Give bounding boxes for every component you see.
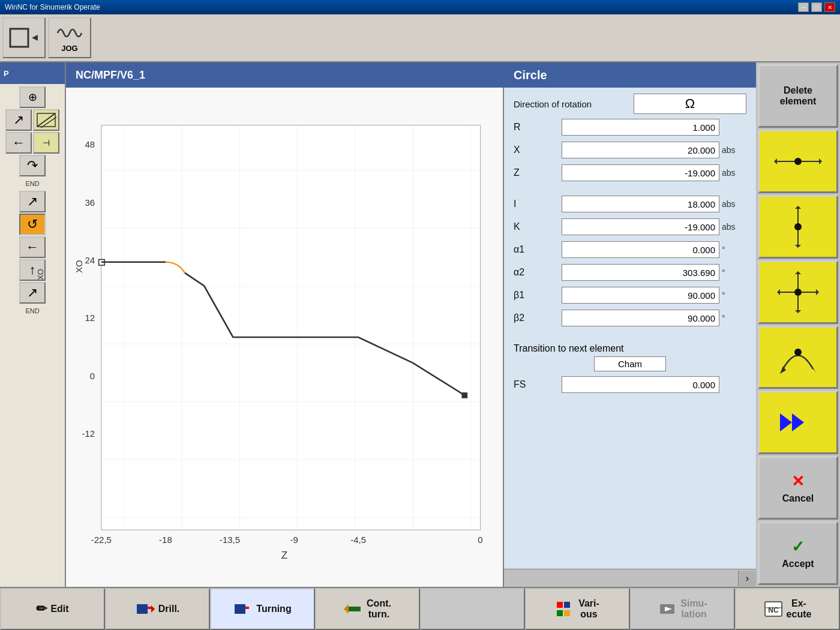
titlebar: WinNC for Sinumerik Operate ─ □ ✕: [0, 0, 840, 14]
alpha1-value[interactable]: 0.000: [562, 241, 719, 258]
svg-text:XO: XO: [74, 260, 84, 273]
content-area: NC/MPF/V6_1 48 36 24: [66, 62, 840, 587]
jog-button[interactable]: JOG: [48, 17, 91, 58]
z-row: Z -19.000 abs: [514, 163, 746, 182]
svg-marker-49: [344, 604, 349, 614]
cancel-button[interactable]: ✕ Cancel: [758, 456, 838, 520]
alpha2-value[interactable]: 303.690: [562, 264, 719, 281]
simulation-button[interactable]: Simu- lation: [630, 588, 735, 630]
tool-hatch[interactable]: [33, 109, 59, 131]
transition-section: Transition to next element: [514, 343, 746, 354]
edit-label: Edit: [50, 604, 68, 614]
scroll-right-button[interactable]: ›: [738, 571, 756, 586]
sidebar-header: P: [0, 62, 65, 84]
direction-value[interactable]: Ω: [634, 94, 746, 114]
tool-row-2: ← ⊣: [5, 132, 59, 154]
beta1-unit: °: [719, 290, 746, 300]
panel-content: Direction of rotation Ω R 1.000 X: [504, 88, 756, 569]
svg-marker-40: [780, 366, 786, 374]
beta1-label: β1: [514, 290, 562, 301]
i-label: I: [514, 199, 562, 209]
vertical-arrow-button[interactable]: [758, 195, 838, 259]
cham-row: Cham: [514, 356, 746, 371]
panel-title: Circle: [514, 68, 547, 82]
tool-arc-up[interactable]: ↷: [19, 155, 46, 176]
horizontal-arrow-button[interactable]: [758, 130, 838, 193]
tool-underline[interactable]: ⊣: [33, 132, 59, 154]
expand-arrows-icon: [777, 271, 819, 313]
fs-value[interactable]: 0.000: [562, 376, 719, 393]
fs-row: FS 0.000: [514, 375, 746, 394]
tool-horizontal[interactable]: ←: [5, 132, 32, 154]
edit-button[interactable]: ✏ Edit: [0, 588, 105, 630]
cont-turn-button[interactable]: Cont. turn.: [315, 588, 420, 630]
svg-rect-44: [148, 607, 151, 609]
beta1-row: β1 90.000 °: [514, 286, 746, 305]
beta2-value[interactable]: 90.000: [562, 310, 719, 326]
svg-marker-1: [32, 35, 38, 41]
sidebar-p-label: P: [4, 69, 9, 78]
svg-marker-37: [816, 289, 819, 295]
play-button[interactable]: [2, 17, 46, 58]
vari-ous-button[interactable]: Vari- ous: [525, 588, 630, 630]
titlebar-title: WinNC for Sinumerik Operate: [5, 3, 100, 11]
vari-ous-label: Vari- ous: [578, 598, 599, 620]
tool-crosshair[interactable]: ⊕: [19, 86, 46, 108]
svg-marker-42: [792, 413, 804, 431]
drill-button[interactable]: Drill.: [105, 588, 210, 630]
maximize-button[interactable]: □: [811, 2, 822, 12]
beta2-row: β2 90.000 °: [514, 308, 746, 328]
transition-label: Transition to next element: [514, 343, 624, 353]
x-value[interactable]: 20.000: [562, 142, 719, 158]
z-label: Z: [514, 167, 562, 178]
r-value[interactable]: 1.000: [562, 119, 719, 136]
close-button[interactable]: ✕: [824, 2, 835, 12]
svg-rect-6: [101, 125, 481, 530]
delete-element-button[interactable]: Delete element: [758, 64, 838, 128]
titlebar-controls: ─ □ ✕: [798, 2, 835, 12]
empty-button: [420, 588, 525, 630]
tool-diagonal-up[interactable]: ↗: [5, 109, 32, 131]
k-value[interactable]: -19.000: [562, 218, 719, 235]
svg-text:-22,5: -22,5: [91, 535, 112, 545]
svg-marker-22: [774, 158, 777, 164]
arc-dot-button[interactable]: [758, 326, 838, 389]
action-panel: Delete element: [756, 62, 840, 587]
svg-marker-45: [151, 605, 155, 613]
fs-label: FS: [514, 379, 562, 390]
expand-arrows-button[interactable]: [758, 260, 838, 324]
svg-text:-9: -9: [290, 535, 298, 545]
svg-text:12: 12: [85, 313, 95, 323]
svg-text:24: 24: [85, 255, 95, 265]
i-value[interactable]: 18.000: [562, 196, 719, 212]
minimize-button[interactable]: ─: [798, 2, 809, 12]
panel-header: Circle: [504, 62, 756, 88]
svg-marker-35: [777, 289, 780, 295]
cham-value[interactable]: Cham: [594, 356, 666, 371]
z-unit: abs: [719, 168, 746, 178]
svg-text:Z: Z: [281, 550, 287, 561]
simulation-icon: [658, 599, 677, 619]
end-point: [461, 392, 467, 398]
alpha2-row: α2 303.690 °: [514, 263, 746, 282]
cont-turn-icon: [344, 599, 363, 619]
tool-horizontal2[interactable]: ←: [19, 236, 46, 258]
accept-button[interactable]: ✓ Accept: [758, 521, 838, 585]
svg-text:NC: NC: [768, 606, 779, 614]
svg-text:48: 48: [85, 139, 95, 149]
tool-diagonal-up3[interactable]: ↗: [19, 282, 46, 304]
drill-icon: [136, 599, 155, 619]
tool-arc-orange[interactable]: ↺: [19, 214, 46, 235]
tool-diagonal-up2[interactable]: ↗: [19, 191, 46, 212]
execute-button[interactable]: NC Ex- ecute: [735, 588, 840, 630]
alpha2-label: α2: [514, 267, 562, 278]
direction-row: Direction of rotation Ω: [514, 94, 746, 114]
z-value[interactable]: -19.000: [562, 164, 719, 181]
turning-button[interactable]: Turning: [210, 588, 315, 630]
svg-rect-46: [235, 604, 245, 614]
fast-forward-button[interactable]: [758, 391, 838, 454]
svg-rect-0: [10, 29, 28, 47]
sidebar: P ⊕ ↗ ← ⊣ ↷ END ↗ ↺ ←: [0, 62, 66, 587]
accept-check-icon: ✓: [791, 538, 805, 556]
beta1-value[interactable]: 90.000: [562, 287, 719, 304]
